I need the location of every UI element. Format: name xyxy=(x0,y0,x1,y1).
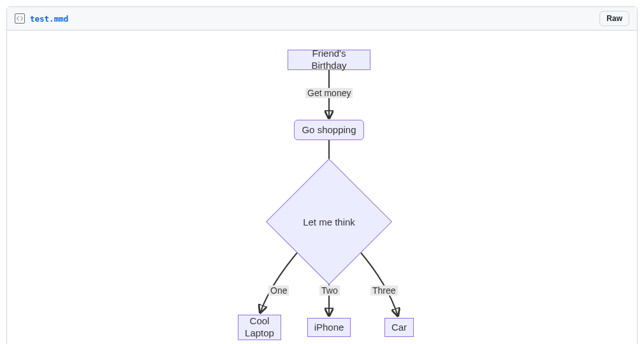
node-let-me-think-label: Let me think xyxy=(284,177,374,266)
file-name-link[interactable]: test.mmd xyxy=(30,14,68,24)
edge-label-one: One xyxy=(268,285,289,296)
edge-label-two: Two xyxy=(319,285,340,296)
edge-label-get-money: Get money xyxy=(305,88,353,98)
raw-button[interactable]: Raw xyxy=(599,11,629,26)
file-box: test.mmd Raw xyxy=(6,6,638,344)
node-iphone: iPhone xyxy=(307,318,351,337)
file-body: Friend's Birthday Go shopping Let me thi… xyxy=(7,31,637,344)
node-car: Car xyxy=(384,318,414,337)
file-header: test.mmd Raw xyxy=(7,7,637,31)
diagram-canvas: Friend's Birthday Go shopping Let me thi… xyxy=(7,38,637,344)
node-friends-birthday: Friend's Birthday xyxy=(288,50,370,70)
node-cool-laptop: Cool Laptop xyxy=(238,315,281,340)
edge-label-three: Three xyxy=(370,285,398,296)
node-go-shopping: Go shopping xyxy=(294,120,364,140)
node-let-me-think: Let me think xyxy=(284,177,374,266)
code-icon xyxy=(15,13,25,24)
